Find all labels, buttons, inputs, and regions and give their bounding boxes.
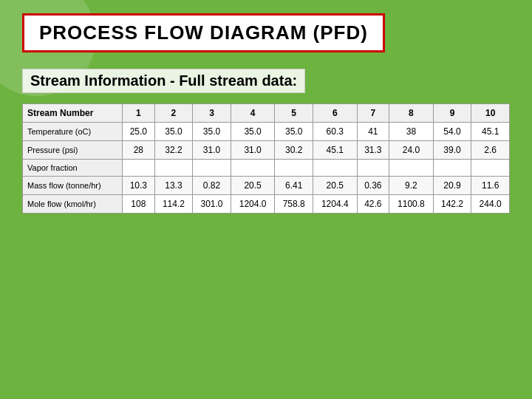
cell-value: 758.8: [275, 195, 313, 214]
table-row: Mole flow (kmol/hr)108114.2301.01204.075…: [23, 195, 510, 214]
cell-value: 114.2: [154, 195, 193, 214]
col-header-7: 7: [357, 104, 389, 123]
stream-table: Stream Number 1 2 3 4 5 6 7 8 9 10 Tempe…: [22, 103, 510, 214]
cell-value: 20.9: [433, 177, 471, 195]
cell-value: 142.2: [433, 195, 471, 214]
cell-value: 10.3: [123, 177, 155, 195]
cell-value: 31.0: [193, 141, 231, 160]
cell-value: [471, 160, 510, 177]
cell-value: 28: [123, 141, 155, 160]
cell-value: 35.0: [154, 123, 193, 141]
cell-value: [231, 160, 275, 177]
col-header-10: 10: [471, 104, 510, 123]
cell-value: 0.82: [193, 177, 231, 195]
cell-value: 1204.0: [231, 195, 275, 214]
cell-value: 60.3: [313, 123, 357, 141]
cell-value: 1204.4: [313, 195, 357, 214]
col-header-2: 2: [154, 104, 193, 123]
cell-value: [154, 160, 193, 177]
cell-value: 31.0: [231, 141, 275, 160]
cell-value: 20.5: [231, 177, 275, 195]
cell-value: 11.6: [471, 177, 510, 195]
cell-value: [275, 160, 313, 177]
cell-value: 38: [389, 123, 434, 141]
table-row: Vapor fraction: [23, 160, 510, 177]
cell-value: [389, 160, 434, 177]
title-box: PROCESS FLOW DIAGRAM (PFD): [22, 13, 385, 52]
cell-value: 35.0: [275, 123, 313, 141]
cell-value: 2.6: [471, 141, 510, 160]
cell-value: 35.0: [193, 123, 231, 141]
cell-value: 31.3: [357, 141, 389, 160]
cell-value: 20.5: [313, 177, 357, 195]
cell-value: [123, 160, 155, 177]
cell-value: 45.1: [313, 141, 357, 160]
cell-value: 244.0: [471, 195, 510, 214]
cell-value: 54.0: [433, 123, 471, 141]
cell-value: 32.2: [154, 141, 193, 160]
cell-value: 24.0: [389, 141, 434, 160]
col-header-8: 8: [389, 104, 434, 123]
cell-value: 25.0: [123, 123, 155, 141]
cell-value: 108: [123, 195, 155, 214]
section-heading-box: Stream Information - Full stream data:: [22, 69, 305, 93]
cell-value: 6.41: [275, 177, 313, 195]
section-heading-text: Stream Information - Full stream data:: [30, 72, 297, 89]
cell-value: 35.0: [231, 123, 275, 141]
table-header-row: Stream Number 1 2 3 4 5 6 7 8 9 10: [23, 104, 510, 123]
cell-value: [313, 160, 357, 177]
col-header-9: 9: [433, 104, 471, 123]
cell-value: 1100.8: [389, 195, 434, 214]
page-title: PROCESS FLOW DIAGRAM (PFD): [39, 21, 368, 44]
cell-value: 42.6: [357, 195, 389, 214]
table-row: Pressure (psi)2832.231.031.030.245.131.3…: [23, 141, 510, 160]
col-header-1: 1: [123, 104, 155, 123]
col-header-5: 5: [275, 104, 313, 123]
cell-value: 30.2: [275, 141, 313, 160]
cell-value: 301.0: [193, 195, 231, 214]
row-label: Vapor fraction: [23, 160, 123, 177]
cell-value: [357, 160, 389, 177]
main-content: PROCESS FLOW DIAGRAM (PFD) Stream Inform…: [0, 0, 532, 227]
table-row: Temperature (oC)25.035.035.035.035.060.3…: [23, 123, 510, 141]
col-header-4: 4: [231, 104, 275, 123]
cell-value: 0.36: [357, 177, 389, 195]
cell-value: 13.3: [154, 177, 193, 195]
cell-value: 39.0: [433, 141, 471, 160]
col-header-6: 6: [313, 104, 357, 123]
row-label: Temperature (oC): [23, 123, 123, 141]
cell-value: [193, 160, 231, 177]
cell-value: 45.1: [471, 123, 510, 141]
row-label: Mole flow (kmol/hr): [23, 195, 123, 214]
cell-value: 41: [357, 123, 389, 141]
cell-value: [433, 160, 471, 177]
col-header-3: 3: [193, 104, 231, 123]
stream-number-header: Stream Number: [23, 104, 123, 123]
row-label: Mass flow (tonne/hr): [23, 177, 123, 195]
table-row: Mass flow (tonne/hr)10.313.30.8220.56.41…: [23, 177, 510, 195]
cell-value: 9.2: [389, 177, 434, 195]
row-label: Pressure (psi): [23, 141, 123, 160]
